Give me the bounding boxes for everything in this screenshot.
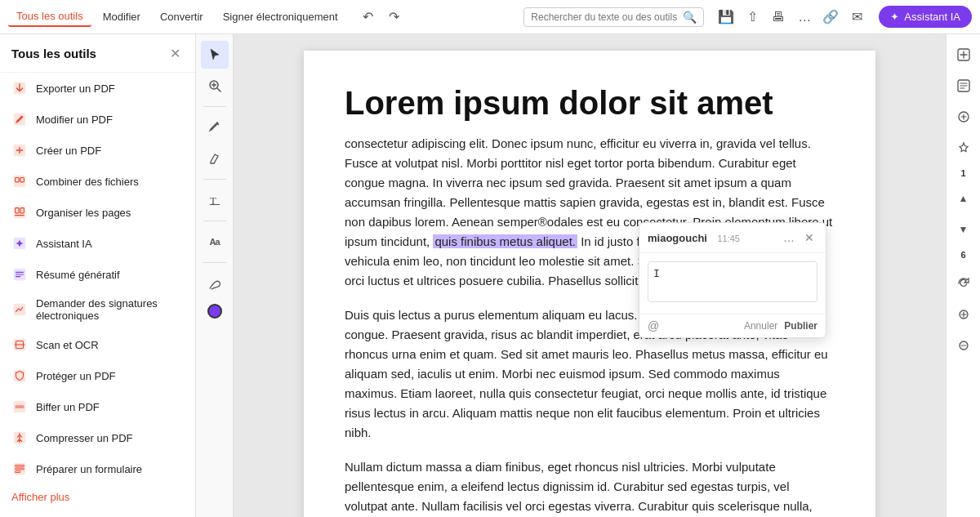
right-panel-tool-1[interactable] xyxy=(950,41,978,69)
highlighted-text: quis finibus metus aliquet. xyxy=(433,234,577,248)
left-panel-header: Tous les outils ✕ xyxy=(0,34,195,73)
document-title: Lorem ipsum dolor sit amet xyxy=(345,83,835,123)
show-more-link[interactable]: Afficher plus xyxy=(0,484,195,510)
text-tool-button[interactable]: T xyxy=(201,186,229,214)
right-panel-refresh-button[interactable] xyxy=(950,270,978,297)
scroll-down-button[interactable]: ▼ xyxy=(950,216,978,243)
more-options-button[interactable]: … xyxy=(792,5,817,29)
document-page: Lorem ipsum dolor sit amet consectetur a… xyxy=(304,51,875,517)
assistant-label: Assistant IA xyxy=(904,11,960,23)
summary-icon xyxy=(11,266,28,283)
menu-tous-les-outils[interactable]: Tous les outils xyxy=(8,7,91,27)
combine-icon xyxy=(11,173,28,189)
eraser-tool-button[interactable] xyxy=(201,145,229,172)
annotation-publish-button[interactable]: Publier xyxy=(784,320,817,332)
export-icon xyxy=(11,80,28,96)
menu-convertir[interactable]: Convertir xyxy=(152,7,212,26)
tool-resume-generatif[interactable]: Résumé génératif xyxy=(0,259,195,290)
svg-rect-16 xyxy=(16,405,24,408)
tool-organize-pages[interactable]: Organiser les pages xyxy=(0,197,195,228)
scan-icon xyxy=(11,336,28,353)
menu-signer[interactable]: Signer électroniquement xyxy=(215,7,346,26)
redo-button[interactable]: ↷ xyxy=(382,5,407,29)
search-input[interactable] xyxy=(531,11,678,23)
annotation-at-button[interactable]: @ xyxy=(648,319,659,332)
tool-export-pdf[interactable]: Exporter un PDF xyxy=(0,73,195,104)
search-bar: 🔍 xyxy=(523,7,704,27)
tool-compress-pdf[interactable]: Compresser un PDF xyxy=(0,422,195,453)
undo-redo-group: ↶ ↷ xyxy=(356,5,407,29)
annotation-more-button[interactable]: … xyxy=(780,230,798,246)
select-tool-button[interactable] xyxy=(201,41,229,69)
edit-pdf-icon xyxy=(11,111,28,127)
annotation-footer: @ Annuler Publier xyxy=(639,314,826,337)
annotation-time: 11:45 xyxy=(717,234,740,243)
tool-prepare-form[interactable]: Préparer un formulaire xyxy=(0,453,195,484)
scroll-up-button[interactable]: ▲ xyxy=(950,185,978,212)
tool-create-label: Créer un PDF xyxy=(36,145,101,157)
aa-text-size-button[interactable]: Aa xyxy=(201,228,229,256)
save-icon-button[interactable]: 💾 xyxy=(714,5,738,29)
page-number-other: 6 xyxy=(960,250,965,260)
tool-create-pdf[interactable]: Créer un PDF xyxy=(0,135,195,166)
tool-ai-label: Assistant IA xyxy=(36,238,92,250)
ai-icon xyxy=(11,235,28,252)
annotation-username: miaogouchi xyxy=(648,232,707,244)
tool-modifier-pdf[interactable]: Modifier un PDF xyxy=(0,104,195,135)
tool-export-label: Exporter un PDF xyxy=(36,82,115,95)
annotation-actions: … ✕ xyxy=(780,230,817,246)
main-layout: Tous les outils ✕ Exporter un PDF Modifi… xyxy=(0,34,980,517)
form-icon xyxy=(11,461,28,477)
organize-icon xyxy=(11,204,28,221)
right-panel-tool-5[interactable] xyxy=(950,301,978,328)
right-panel-tool-3[interactable] xyxy=(950,103,978,131)
assistant-ia-button[interactable]: ✦ Assistant IA xyxy=(879,6,972,28)
create-pdf-icon xyxy=(11,142,28,158)
pencil-tool-button[interactable] xyxy=(201,114,229,141)
right-panel-tool-6[interactable] xyxy=(950,332,978,359)
tool-form-label: Préparer un formulaire xyxy=(36,463,142,475)
tool-biffer-label: Biffer un PDF xyxy=(36,401,100,413)
protect-icon xyxy=(11,368,28,384)
annotation-body: I xyxy=(639,253,826,314)
assistant-icon: ✦ xyxy=(890,11,899,23)
tool-demander-signatures[interactable]: Demander des signatures électroniques xyxy=(0,290,195,329)
page-number-1: 1 xyxy=(960,168,965,178)
toolbar-divider-4 xyxy=(203,262,226,263)
annotation-user-info: miaogouchi 11:45 xyxy=(648,230,740,245)
tool-assistant-ia[interactable]: Assistant IA xyxy=(0,228,195,259)
annotation-text-input[interactable]: I xyxy=(648,261,817,302)
annotation-cancel-button[interactable]: Annuler xyxy=(744,320,777,332)
zoom-tool-button[interactable] xyxy=(201,72,229,100)
menu-modifier[interactable]: Modifier xyxy=(95,7,149,26)
email-icon-button[interactable]: ✉ xyxy=(844,5,869,29)
tool-protect-label: Protéger un PDF xyxy=(36,370,116,382)
share-icon-button[interactable]: ⇧ xyxy=(740,5,764,29)
annotation-close-button[interactable]: ✕ xyxy=(801,230,817,246)
print-icon-button[interactable]: 🖶 xyxy=(766,5,791,29)
right-panel-tool-4[interactable] xyxy=(950,134,978,162)
draw-tool-button[interactable] xyxy=(201,270,229,297)
tool-protect-pdf[interactable]: Protéger un PDF xyxy=(0,360,195,391)
menu-bar: Tous les outils Modifier Convertir Signe… xyxy=(0,0,980,34)
annotation-header: miaogouchi 11:45 … ✕ xyxy=(639,223,826,253)
color-picker-dot[interactable] xyxy=(207,304,222,319)
svg-rect-24 xyxy=(210,204,220,205)
undo-button[interactable]: ↶ xyxy=(356,5,381,29)
document-paragraph-3: Nullam dictum massa a diam finibus, eget… xyxy=(345,457,835,517)
tool-organize-label: Organiser les pages xyxy=(36,207,131,219)
left-panel-close-button[interactable]: ✕ xyxy=(166,44,184,62)
search-icon: 🔍 xyxy=(683,11,697,24)
link-icon-button[interactable]: 🔗 xyxy=(818,5,843,29)
right-panel: 1 ▲ ▼ 6 xyxy=(946,34,980,517)
tool-summary-label: Résumé génératif xyxy=(36,269,120,281)
tool-compress-label: Compresser un PDF xyxy=(36,432,132,444)
sign-icon xyxy=(11,301,28,318)
right-panel-tool-2[interactable] xyxy=(950,72,978,100)
tool-combine-files[interactable]: Combiner des fichiers xyxy=(0,166,195,197)
compress-icon xyxy=(11,430,28,446)
tool-scan-ocr[interactable]: Scan et OCR xyxy=(0,329,195,360)
tool-biffer-pdf[interactable]: Biffer un PDF xyxy=(0,391,195,422)
redact-icon xyxy=(11,399,28,415)
toolbar-divider-3 xyxy=(203,221,226,221)
